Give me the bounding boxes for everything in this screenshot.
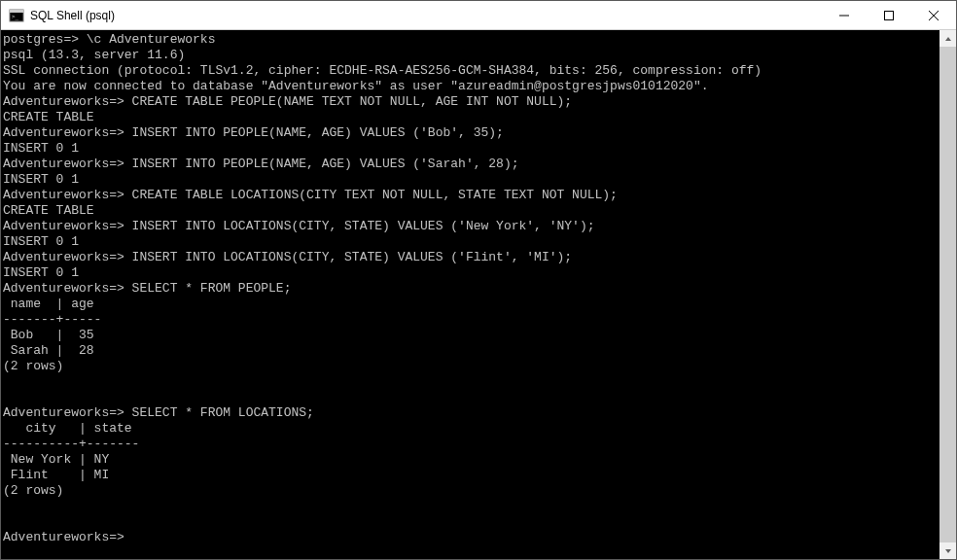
window-controls bbox=[822, 1, 956, 29]
scroll-track[interactable] bbox=[939, 47, 956, 542]
app-icon: >_ bbox=[9, 8, 24, 23]
titlebar[interactable]: >_ SQL Shell (psql) bbox=[1, 1, 956, 30]
app-window: >_ SQL Shell (psql) postgres=> \c Advent… bbox=[0, 0, 957, 560]
svg-rect-4 bbox=[885, 11, 894, 19]
svg-marker-8 bbox=[945, 549, 951, 553]
vertical-scrollbar[interactable] bbox=[939, 30, 956, 559]
terminal-area: postgres=> \c Adventureworks psql (13.3,… bbox=[1, 30, 956, 559]
svg-text:>_: >_ bbox=[12, 13, 19, 20]
scroll-down-button[interactable] bbox=[939, 542, 956, 559]
svg-marker-7 bbox=[945, 37, 951, 41]
close-button[interactable] bbox=[911, 1, 956, 29]
minimize-button[interactable] bbox=[822, 1, 867, 29]
maximize-button[interactable] bbox=[867, 1, 911, 29]
window-title: SQL Shell (psql) bbox=[30, 9, 822, 22]
scroll-thumb[interactable] bbox=[939, 47, 956, 542]
terminal-output[interactable]: postgres=> \c Adventureworks psql (13.3,… bbox=[1, 30, 939, 559]
scroll-up-button[interactable] bbox=[939, 30, 956, 47]
